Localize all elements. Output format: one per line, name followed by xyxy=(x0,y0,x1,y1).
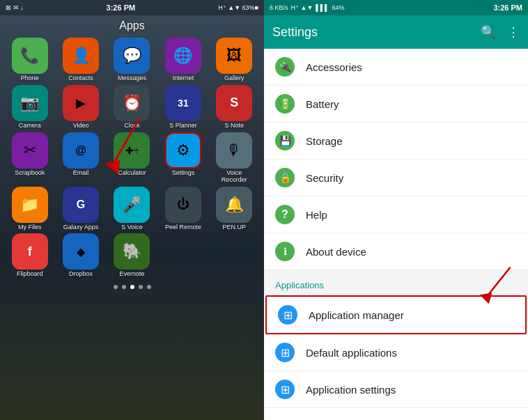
help-text: Help xyxy=(306,209,327,221)
app-settings-text: Application settings xyxy=(306,384,396,396)
status-bar-left: ⊠ ✉ ↓ 3:26 PM H⁺ ▲▼ 63%■ xyxy=(0,0,264,15)
settings-item-accessories[interactable]: 🔌 Accessories xyxy=(264,49,528,86)
app-peel-remote[interactable]: ⏻ Peel Remote xyxy=(159,187,207,231)
app-internet[interactable]: 🌐 Internet xyxy=(159,38,207,82)
app-myfiles[interactable]: 📁 My Files xyxy=(6,187,54,231)
settings-item-security[interactable]: 🔒 Security xyxy=(264,160,528,196)
accessories-text: Accessories xyxy=(306,61,362,73)
app-scrapbook[interactable]: ✂ Scrapbook xyxy=(6,132,54,184)
app-svoice[interactable]: 🎤 S Voice xyxy=(108,187,156,231)
red-arrow-right xyxy=(474,258,522,313)
default-apps-icon: ⊞ xyxy=(275,343,295,362)
app-label-snote: S Note xyxy=(225,123,244,130)
app-settings-icon: ⊞ xyxy=(275,380,295,399)
settings-item-storage[interactable]: 💾 Storage xyxy=(264,123,528,160)
app-label-messages: Messages xyxy=(118,75,146,82)
app-manager-icon: ⊞ xyxy=(278,305,297,325)
app-label-peel-remote: Peel Remote xyxy=(165,224,201,231)
svg-line-2 xyxy=(486,267,511,298)
right-panel: 6 KB/s H⁺ ▲▼ ▌▌▌ 64% 3:26 PM Settings 🔍 … xyxy=(264,0,528,420)
security-text: Security xyxy=(306,172,343,184)
dot-2[interactable] xyxy=(122,285,126,289)
signal-bars: ▌▌▌ xyxy=(316,4,329,11)
app-dropbox[interactable]: ◆ Dropbox xyxy=(56,233,104,278)
app-snote[interactable]: S S Note xyxy=(210,85,258,130)
app-label-camera: Camera xyxy=(19,123,41,130)
app-gallery[interactable]: 🖼 Gallery xyxy=(210,38,258,82)
dot-1[interactable] xyxy=(114,285,118,289)
app-voice-recorder[interactable]: 🎙 Voice Recorder xyxy=(210,132,258,184)
app-label-contacts: Contacts xyxy=(68,75,93,82)
time-right: 3:26 PM xyxy=(493,3,522,12)
notification-icons: ⊠ ✉ ↓ xyxy=(6,4,24,11)
settings-item-help[interactable]: ? Help xyxy=(264,196,528,233)
app-evernote[interactable]: 🐘 Evernote xyxy=(108,233,156,278)
settings-item-battery[interactable]: 🔋 Battery xyxy=(264,86,528,123)
app-label-evernote: Evernote xyxy=(119,271,144,278)
status-icons-left: ⊠ ✉ ↓ xyxy=(6,4,24,11)
app-label-dropbox: Dropbox xyxy=(69,271,93,278)
app-icon-svoice: 🎤 xyxy=(114,187,150,223)
apps-title: Apps xyxy=(0,15,264,35)
data-speed: 6 KB/s xyxy=(270,4,288,11)
help-icon: ? xyxy=(275,205,295,224)
app-icon-contacts: 👤 xyxy=(63,38,99,74)
app-icon-settings: ⚙ xyxy=(165,132,201,169)
app-label-phone: Phone xyxy=(21,75,39,82)
app-penup[interactable]: 🔔 PEN.UP xyxy=(210,187,258,231)
app-label-myfiles: My Files xyxy=(18,224,42,231)
app-label-gallery: Gallery xyxy=(224,75,244,82)
battery-right: 64% xyxy=(332,4,344,11)
app-icon-dropbox: ◆ xyxy=(63,233,99,270)
app-contacts[interactable]: 👤 Contacts xyxy=(56,38,104,82)
app-galaxy-apps[interactable]: G Galaxy Apps xyxy=(56,187,104,231)
status-bar-right: 6 KB/s H⁺ ▲▼ ▌▌▌ 64% 3:26 PM xyxy=(264,0,528,15)
more-icon[interactable]: ⋮ xyxy=(507,24,520,40)
app-icon-voice-recorder: 🎙 xyxy=(216,132,252,169)
storage-icon: 💾 xyxy=(275,131,295,150)
about-icon: ℹ xyxy=(275,242,295,261)
accessories-icon: 🔌 xyxy=(275,57,295,77)
app-icon-splanner: 31 xyxy=(165,85,201,121)
svg-marker-1 xyxy=(104,160,120,174)
about-text: About device xyxy=(306,246,366,258)
applications-header-text: Applications xyxy=(275,280,324,290)
app-camera[interactable]: 📷 Camera xyxy=(6,85,54,130)
dot-5[interactable] xyxy=(147,285,151,289)
app-icon-internet: 🌐 xyxy=(165,38,201,74)
app-icon-messages: 💬 xyxy=(114,38,150,74)
settings-item-default-apps[interactable]: ⊞ Default applications xyxy=(264,334,528,371)
app-label-flipboard: Flipboard xyxy=(17,271,43,278)
network-type: H⁺ ▲▼ xyxy=(291,4,313,11)
app-manager-text: Application manager xyxy=(309,309,404,321)
app-icon-evernote: 🐘 xyxy=(114,233,150,270)
left-panel: ⊠ ✉ ↓ 3:26 PM H⁺ ▲▼ 63%■ Apps 📞 Phone 👤 … xyxy=(0,0,264,420)
app-label-galaxy-apps: Galaxy Apps xyxy=(63,224,99,231)
settings-header: Settings 🔍 ⋮ xyxy=(264,15,528,49)
settings-list: 🔌 Accessories 🔋 Battery 💾 Storage 🔒 Secu… xyxy=(264,49,528,420)
app-icon-myfiles: 📁 xyxy=(12,187,48,223)
default-apps-text: Default applications xyxy=(306,347,397,359)
settings-item-app-settings[interactable]: ⊞ Application settings xyxy=(264,371,528,408)
signal-left: H⁺ ▲▼ 63%■ xyxy=(218,4,258,11)
app-icon-scrapbook: ✂ xyxy=(12,132,48,169)
status-left-right: 6 KB/s H⁺ ▲▼ ▌▌▌ 64% xyxy=(270,4,345,11)
battery-icon: 🔋 xyxy=(275,94,295,114)
search-icon[interactable]: 🔍 xyxy=(481,24,496,40)
app-icon-galaxy-apps: G xyxy=(63,187,99,223)
svg-marker-3 xyxy=(480,293,492,304)
dot-3[interactable] xyxy=(130,285,134,289)
app-phone[interactable]: 📞 Phone xyxy=(6,38,54,82)
dot-4[interactable] xyxy=(139,285,143,289)
time-left: 3:26 PM xyxy=(107,3,136,12)
security-icon: 🔒 xyxy=(275,168,295,187)
red-arrow-left xyxy=(84,111,167,181)
settings-header-icons: 🔍 ⋮ xyxy=(481,24,520,40)
page-dots xyxy=(0,281,264,293)
app-messages[interactable]: 💬 Messages xyxy=(108,38,156,82)
app-flipboard[interactable]: f Flipboard xyxy=(6,233,54,278)
app-icon-gallery: 🖼 xyxy=(216,38,252,74)
app-icon-phone: 📞 xyxy=(12,38,48,74)
storage-text: Storage xyxy=(306,135,343,147)
app-label-splanner: S Planner xyxy=(169,123,197,130)
